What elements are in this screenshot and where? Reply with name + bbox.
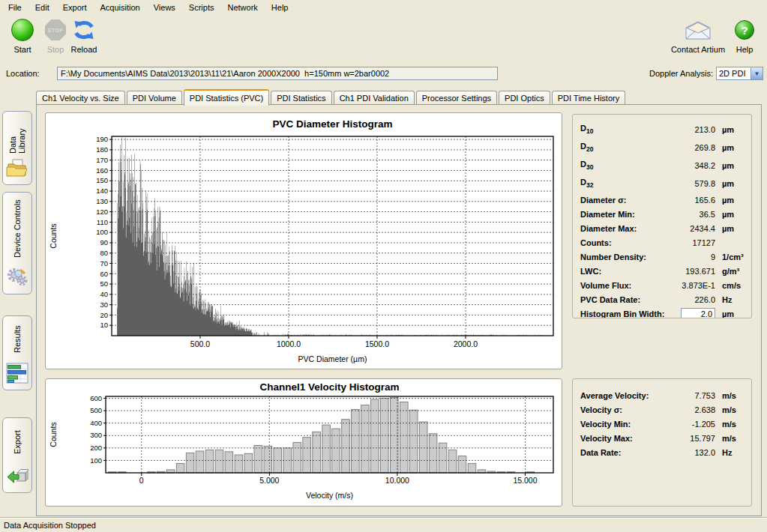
histogram-bin-width-input[interactable] [681, 308, 715, 319]
svg-text:1000.0: 1000.0 [277, 339, 301, 348]
location-row: Location: Doppler Analysis: 2D PDI ▼ [0, 64, 767, 83]
stop-icon: STOP [45, 19, 66, 40]
reload-icon [72, 19, 96, 41]
help-button-label: Help [730, 45, 760, 54]
stat-unit: m/s [715, 405, 745, 414]
svg-text:PVC Diameter (µm): PVC Diameter (µm) [298, 354, 367, 363]
tab-ch1-pdi-validation[interactable]: Ch1 PDI Validation [334, 91, 415, 105]
svg-text:15.000: 15.000 [513, 476, 537, 485]
svg-text:140: 140 [96, 187, 108, 195]
stat-unit: m/s [715, 420, 745, 429]
svg-text:110: 110 [97, 218, 108, 226]
svg-text:10: 10 [100, 321, 108, 329]
stat-unit: Hz [715, 448, 745, 457]
stat-value: 193.671 [669, 267, 715, 276]
toolbar: Start STOP Stop Reload [0, 14, 767, 62]
stats-row: Diameter σ:165.6µm [580, 193, 745, 207]
stat-value: 213.0 [669, 125, 715, 134]
bar-chart-icon [6, 363, 28, 385]
tab-processor-settings[interactable]: Processor Settings [416, 91, 497, 105]
pvc-diameter-histogram-chart: 1020304050607080901001101201301401501601… [46, 113, 562, 369]
stat-value: 3.873E-1 [669, 281, 715, 290]
tab-pdi-optics[interactable]: PDI Optics [499, 91, 550, 105]
stat-unit: Hz [715, 295, 745, 304]
tab-pdi-statistics[interactable]: PDI Statistics [271, 91, 331, 105]
svg-text:PVC Diameter Histogram: PVC Diameter Histogram [273, 118, 393, 130]
stat-value: 15.797 [669, 434, 715, 443]
sidebar-item-label: Results [13, 316, 22, 363]
stat-value: 348.2 [669, 161, 715, 170]
stat-value: 2.638 [669, 405, 715, 414]
stat-value: 226.0 [669, 295, 715, 304]
menu-item-edit[interactable]: Edit [28, 1, 56, 13]
stat-label: Velocity Min: [580, 420, 669, 429]
reload-button[interactable]: Reload [66, 17, 102, 54]
stats-row: D20269.8µm [580, 139, 745, 157]
stat-label: Counts: [580, 238, 669, 247]
stat-unit: m/s [715, 391, 745, 400]
stats-row: PVC Data Rate:226.0Hz [580, 292, 745, 306]
stats-row: Counts:17127 [580, 235, 745, 250]
svg-text:Counts: Counts [49, 422, 58, 447]
doppler-analysis-label: Doppler Analysis: [649, 69, 713, 78]
stats-row: Velocity Max:15.797m/s [580, 431, 745, 445]
stat-unit: µm [715, 161, 745, 170]
sidebar-item-data-library[interactable]: Data Library [2, 111, 32, 185]
svg-text:5.000: 5.000 [259, 476, 279, 485]
content-panel: 1020304050607080901001101201301401501601… [36, 104, 762, 516]
tab-pdi-time-history[interactable]: PDI Time History [552, 91, 626, 105]
tab-pdi-volume[interactable]: PDI Volume [127, 91, 182, 105]
contact-artium-button[interactable]: Contact Artium [669, 17, 727, 54]
folder-icon [6, 158, 28, 180]
svg-text:500.0: 500.0 [190, 339, 210, 348]
location-input[interactable] [57, 67, 498, 80]
sidebar-item-results[interactable]: Results [2, 315, 32, 390]
chevron-down-icon[interactable]: ▼ [751, 67, 763, 79]
start-icon [11, 19, 34, 41]
stat-label: Data Rate: [580, 448, 669, 457]
svg-text:170: 170 [96, 156, 108, 164]
stats-row: Average Velocity:7.753m/s [580, 388, 745, 402]
stat-unit: µm [715, 125, 745, 134]
tab-ch1-velocity-vs-size[interactable]: Ch1 Velocity vs. Size [36, 91, 125, 105]
menu-item-acquisition[interactable]: Acquisition [94, 1, 147, 13]
stats-row: LWC:193.671g/m³ [580, 264, 745, 278]
stats-row: Diameter Min:36.5µm [580, 207, 745, 221]
svg-text:80: 80 [100, 249, 108, 257]
stats-row: Diameter Max:2434.4µm [580, 221, 745, 235]
stat-unit: g/m³ [715, 267, 745, 276]
stats-row: Histogram Bin Width:µm [580, 306, 745, 318]
svg-text:100: 100 [96, 228, 108, 236]
menu-item-scripts[interactable]: Scripts [182, 1, 221, 13]
start-button[interactable]: Start [4, 17, 40, 54]
svg-text:2000.0: 2000.0 [454, 339, 478, 348]
stats-row: Velocity σ:2.638m/s [580, 402, 745, 417]
stat-label: Velocity σ: [580, 405, 669, 414]
sidebar-item-export[interactable]: Export [2, 417, 32, 493]
stat-unit: µm [715, 179, 745, 188]
pvc-diameter-histogram-panel: 1020304050607080901001101201301401501601… [45, 112, 562, 369]
svg-text:60: 60 [100, 270, 108, 278]
tab-pdi-statistics-pvc[interactable]: PDI Statistics (PVC) [184, 89, 269, 106]
stat-unit: µm [715, 143, 745, 152]
stat-label: D32 [580, 178, 669, 189]
svg-text:100: 100 [90, 456, 102, 465]
menu-item-file[interactable]: File [1, 1, 28, 13]
menu-item-network[interactable]: Network [220, 1, 264, 13]
svg-text:10.000: 10.000 [385, 476, 409, 485]
sidebar-item-device-controls[interactable]: Device Controls [2, 192, 32, 294]
stat-label: LWC: [580, 267, 669, 276]
stats-row: Volume Flux:3.873E-1cm/s [580, 278, 745, 292]
stat-value: 17127 [669, 238, 715, 247]
doppler-analysis-select[interactable]: 2D PDI ▼ [716, 67, 763, 80]
svg-text:150: 150 [96, 176, 108, 184]
svg-text:180: 180 [96, 145, 108, 154]
stat-value: 165.6 [669, 196, 715, 205]
menu-item-help[interactable]: Help [265, 1, 295, 13]
menu-item-views[interactable]: Views [147, 1, 182, 13]
menu-item-export[interactable]: Export [56, 1, 94, 13]
help-button[interactable]: ? Help [730, 17, 760, 54]
svg-text:400: 400 [90, 419, 102, 427]
contact-artium-label: Contact Artium [669, 45, 727, 54]
diameter-stats-panel: D10213.0µmD20269.8µmD30348.2µmD32579.8µm… [572, 114, 752, 318]
